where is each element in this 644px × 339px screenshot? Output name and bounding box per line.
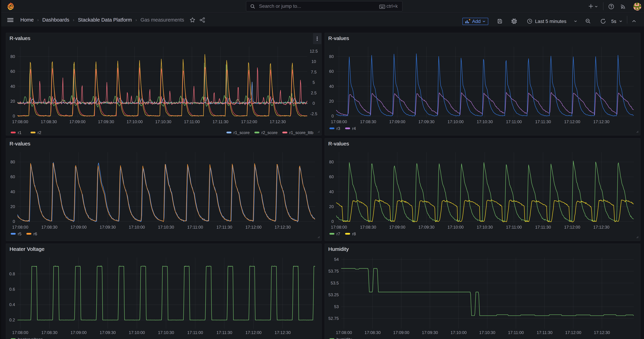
svg-text:17:11:30: 17:11:30 (216, 330, 232, 335)
svg-text:r1_score: r1_score (234, 130, 250, 135)
svg-text:r5: r5 (18, 232, 22, 236)
svg-text:0: 0 (312, 101, 315, 106)
svg-text:2.5: 2.5 (311, 90, 316, 95)
svg-text:40: 40 (329, 84, 334, 89)
svg-text:17:11:30: 17:11:30 (213, 120, 228, 124)
svg-text:17:11:00: 17:11:00 (506, 120, 522, 124)
svg-text:17:10:30: 17:10:30 (155, 120, 171, 124)
svg-text:17:12:00: 17:12:00 (564, 225, 580, 230)
svg-text:17:12:00: 17:12:00 (246, 330, 262, 335)
svg-text:heatervoltage: heatervoltage (18, 337, 43, 339)
svg-text:17:12:30: 17:12:30 (274, 330, 290, 335)
svg-text:17:12:30: 17:12:30 (274, 225, 290, 230)
svg-text:17:08:00: 17:08:00 (12, 225, 28, 230)
svg-text:r1: r1 (18, 130, 22, 135)
svg-text:53: 53 (334, 304, 339, 309)
svg-text:17:08:00: 17:08:00 (336, 330, 352, 335)
svg-text:0: 0 (332, 219, 334, 224)
svg-text:80: 80 (329, 54, 334, 59)
svg-text:17:11:30: 17:11:30 (537, 330, 552, 335)
svg-text:80: 80 (10, 54, 15, 59)
svg-text:54: 54 (334, 257, 339, 262)
svg-text:12.5: 12.5 (310, 49, 318, 54)
svg-text:17:08:00: 17:08:00 (12, 330, 28, 335)
svg-text:17:12:00: 17:12:00 (246, 225, 262, 230)
svg-text:17:12:00: 17:12:00 (241, 120, 257, 124)
svg-text:r8: r8 (352, 232, 356, 236)
svg-text:0.6: 0.6 (9, 287, 15, 292)
svg-text:17:09:30: 17:09:30 (100, 330, 116, 335)
svg-text:80: 80 (10, 160, 15, 164)
svg-text:80: 80 (329, 160, 334, 164)
svg-text:humidity: humidity (336, 337, 352, 339)
svg-text:17:10:00: 17:10:00 (448, 120, 464, 124)
svg-text:0: 0 (332, 114, 334, 118)
svg-text:52.75: 52.75 (328, 316, 339, 321)
svg-text:r3: r3 (336, 126, 340, 131)
svg-text:r4: r4 (352, 126, 356, 131)
svg-text:-2.5: -2.5 (310, 112, 317, 116)
svg-text:17:09:30: 17:09:30 (100, 225, 116, 230)
svg-text:17:10:00: 17:10:00 (129, 330, 145, 335)
svg-text:17:10:30: 17:10:30 (158, 330, 174, 335)
svg-text:17:11:30: 17:11:30 (535, 225, 551, 230)
svg-text:17:08:00: 17:08:00 (331, 120, 347, 124)
svg-text:17:08:30: 17:08:30 (42, 225, 58, 230)
svg-text:17:11:00: 17:11:00 (187, 225, 203, 230)
svg-text:17:09:00: 17:09:00 (389, 120, 405, 124)
svg-text:0.8: 0.8 (9, 272, 15, 276)
svg-text:20: 20 (10, 204, 15, 209)
svg-text:17:12:30: 17:12:30 (593, 225, 609, 230)
svg-text:60: 60 (10, 69, 15, 74)
svg-text:17:10:00: 17:10:00 (126, 120, 143, 124)
svg-text:0: 0 (13, 114, 15, 118)
svg-text:17:09:30: 17:09:30 (418, 120, 434, 124)
svg-text:r2_score: r2_score (262, 130, 278, 135)
svg-text:17:12:30: 17:12:30 (593, 120, 609, 124)
svg-text:20: 20 (329, 99, 334, 104)
svg-text:17:11:30: 17:11:30 (216, 225, 232, 230)
svg-text:17:09:00: 17:09:00 (70, 330, 86, 335)
svg-text:r6: r6 (34, 232, 37, 236)
svg-text:17:12:30: 17:12:30 (594, 330, 610, 335)
svg-text:53.25: 53.25 (328, 292, 339, 297)
svg-text:17:11:00: 17:11:00 (187, 330, 203, 335)
svg-text:17:08:00: 17:08:00 (12, 120, 28, 124)
svg-text:17:09:30: 17:09:30 (98, 120, 114, 124)
svg-text:17:10:00: 17:10:00 (448, 225, 464, 230)
svg-text:17:09:00: 17:09:00 (393, 330, 409, 335)
svg-text:17:11:00: 17:11:00 (506, 225, 522, 230)
svg-text:0: 0 (13, 219, 15, 224)
svg-text:60: 60 (329, 174, 334, 179)
svg-text:7.5: 7.5 (311, 70, 316, 74)
svg-text:17:11:00: 17:11:00 (184, 120, 200, 124)
svg-text:r1_score_lttb: r1_score_lttb (290, 130, 314, 135)
svg-text:5: 5 (312, 80, 315, 85)
svg-text:20: 20 (329, 204, 334, 209)
svg-text:17:10:30: 17:10:30 (158, 225, 174, 230)
svg-text:17:10:00: 17:10:00 (450, 330, 466, 335)
svg-text:60: 60 (329, 69, 334, 74)
svg-text:53.75: 53.75 (328, 269, 339, 274)
svg-text:60: 60 (10, 174, 15, 179)
svg-text:17:11:30: 17:11:30 (535, 120, 551, 124)
svg-text:40: 40 (10, 84, 15, 89)
svg-text:17:10:30: 17:10:30 (477, 225, 493, 230)
svg-text:20: 20 (10, 99, 15, 104)
svg-text:53.5: 53.5 (330, 281, 339, 285)
svg-text:17:11:00: 17:11:00 (508, 330, 524, 335)
svg-text:17:12:30: 17:12:30 (270, 120, 286, 124)
svg-text:17:09:00: 17:09:00 (70, 225, 86, 230)
svg-text:17:08:00: 17:08:00 (331, 225, 347, 230)
svg-text:17:08:30: 17:08:30 (360, 120, 376, 124)
svg-text:17:12:00: 17:12:00 (564, 120, 580, 124)
svg-text:40: 40 (329, 190, 334, 194)
svg-text:0.2: 0.2 (9, 318, 15, 322)
svg-text:10: 10 (312, 59, 316, 64)
svg-text:40: 40 (10, 190, 15, 194)
svg-text:17:10:30: 17:10:30 (477, 120, 493, 124)
svg-text:17:09:30: 17:09:30 (422, 330, 438, 335)
svg-text:17:08:30: 17:08:30 (360, 225, 376, 230)
svg-text:17:09:30: 17:09:30 (418, 225, 434, 230)
svg-text:0.4: 0.4 (9, 302, 15, 307)
